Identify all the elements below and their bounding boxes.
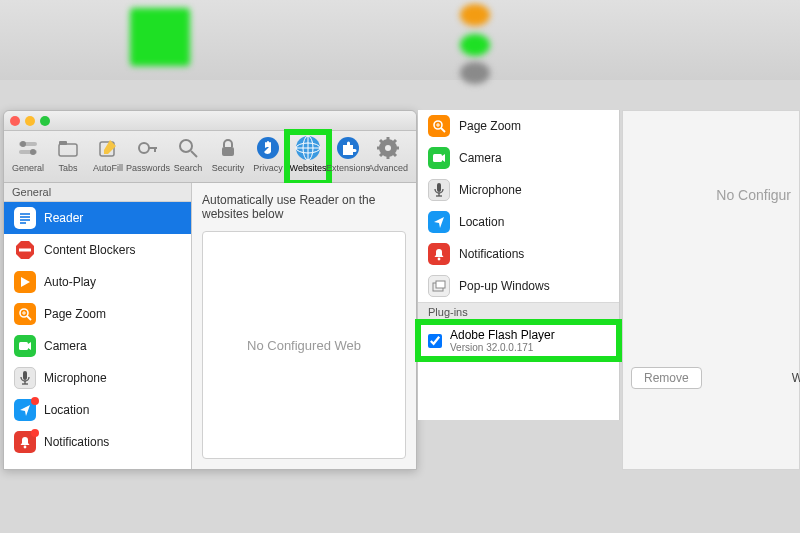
toolbar-label: AutoFill [93,163,123,173]
svg-rect-35 [19,249,31,252]
sidebar-item-reader[interactable]: Reader [4,202,191,234]
toolbar-search[interactable]: Search [168,133,208,182]
toolbar-label: General [12,163,44,173]
svg-marker-57 [434,217,444,228]
pencil-icon [95,135,121,161]
toolbar-autofill[interactable]: AutoFill [88,133,128,182]
sidebar-item-label: Microphone [44,371,107,385]
puzzle-icon [335,135,361,161]
svg-rect-41 [19,342,28,350]
sidebar-item-label: Reader [44,211,83,225]
bell-icon [428,243,450,265]
sidebar-item-camera[interactable]: Camera [4,330,191,362]
bell-icon [14,431,36,453]
globe-icon [295,135,321,161]
zoom-icon [428,115,450,137]
svg-point-3 [30,149,36,155]
play-icon [14,271,36,293]
configured-websites-list[interactable]: No Configured Web [202,231,406,459]
empty-label: No Configur [623,111,799,203]
svg-point-10 [180,140,192,152]
sidebar-item-label: Content Blockers [44,243,135,257]
location-icon [428,211,450,233]
sidebar-item-label: Notifications [44,435,109,449]
plugin-version-label: Version 32.0.0.171 [450,342,555,353]
svg-rect-4 [59,144,77,156]
sidebar-item-label: Camera [44,339,87,353]
toolbar-tabs[interactable]: Tabs [48,133,88,182]
svg-marker-42 [28,342,31,350]
plugin-enable-checkbox[interactable] [428,334,442,348]
toolbar-label: Websites [290,163,327,173]
panel2-item-mic[interactable]: Microphone [418,174,619,206]
panel2-item-popup[interactable]: Pop-up Windows [418,270,619,302]
sidebar-item-play[interactable]: Auto-Play [4,266,191,298]
camera-icon [428,147,450,169]
blurred-background [0,0,800,80]
remove-button[interactable]: Remove [631,367,702,389]
svg-point-1 [20,141,26,147]
close-button[interactable] [10,116,20,126]
plugins-section-header: Plug-ins [418,302,619,322]
location-icon [14,399,36,421]
svg-marker-46 [20,405,30,416]
svg-line-28 [380,153,383,156]
sidebar-item-blocker[interactable]: Content Blockers [4,234,191,266]
sidebar-item-zoom[interactable]: Page Zoom [4,298,191,330]
toolbar-label: Privacy [253,163,283,173]
toolbar-extensions[interactable]: Extensions [328,133,368,182]
zoom-button[interactable] [40,116,50,126]
toolbar-security[interactable]: Security [208,133,248,182]
plugin-name-label: Adobe Flash Player [450,328,555,342]
panel2-item-camera[interactable]: Camera [418,142,619,174]
blocker-icon [14,239,36,261]
toolbar-label: Search [174,163,203,173]
toolbar-general[interactable]: General [8,133,48,182]
switches-icon [15,135,41,161]
svg-point-47 [24,446,27,449]
magnifier-icon [175,135,201,161]
toolbar-websites[interactable]: Websites [288,133,328,182]
svg-marker-53 [442,154,445,162]
lock-icon [215,135,241,161]
plugin-adobe-flash-player[interactable]: Adobe Flash Player Version 32.0.0.171 [418,322,619,359]
zoom-icon [14,303,36,325]
sidebar-item-location[interactable]: Location [4,394,191,426]
toolbar-label: Passwords [126,163,170,173]
panel2-item-zoom[interactable]: Page Zoom [418,110,619,142]
hand-icon [255,135,281,161]
sidebar-item-bell[interactable]: Notifications [4,426,191,458]
toolbar-privacy[interactable]: Privacy [248,133,288,182]
toolbar-label: Extensions [326,163,370,173]
notification-dot [31,429,39,437]
sidebar-item-mic[interactable]: Microphone [4,362,191,394]
toolbar-label: Security [212,163,245,173]
sidebar-item-label: Page Zoom [44,307,106,321]
svg-rect-5 [59,141,67,145]
panel2-item-label: Notifications [459,247,524,261]
panel2-item-bell[interactable]: Notifications [418,238,619,270]
minimize-button[interactable] [25,116,35,126]
window-controls [10,116,50,126]
svg-line-27 [393,153,396,156]
svg-rect-9 [154,147,156,152]
tabs-icon [55,135,81,161]
when-label: W [792,371,800,385]
toolbar-passwords[interactable]: Passwords [128,133,168,182]
websites-sidebar: General ReaderContent BlockersAuto-PlayP… [4,183,192,469]
panel2-item-location[interactable]: Location [418,206,619,238]
panel2-item-label: Location [459,215,504,229]
key-icon [135,135,161,161]
reader-icon [14,207,36,229]
sidebar-item-label: Auto-Play [44,275,96,289]
notification-dot [31,397,39,405]
mic-icon [428,179,450,201]
svg-rect-52 [433,154,442,162]
toolbar-advanced[interactable]: Advanced [368,133,408,182]
content-pane: Automatically use Reader on the websites… [192,183,416,469]
toolbar-label: Advanced [368,163,408,173]
toolbar-label: Tabs [58,163,77,173]
panel2-item-label: Pop-up Windows [459,279,550,293]
preferences-window: GeneralTabsAutoFillPasswordsSearchSecuri… [3,110,417,470]
preferences-toolbar: GeneralTabsAutoFillPasswordsSearchSecuri… [4,131,416,183]
